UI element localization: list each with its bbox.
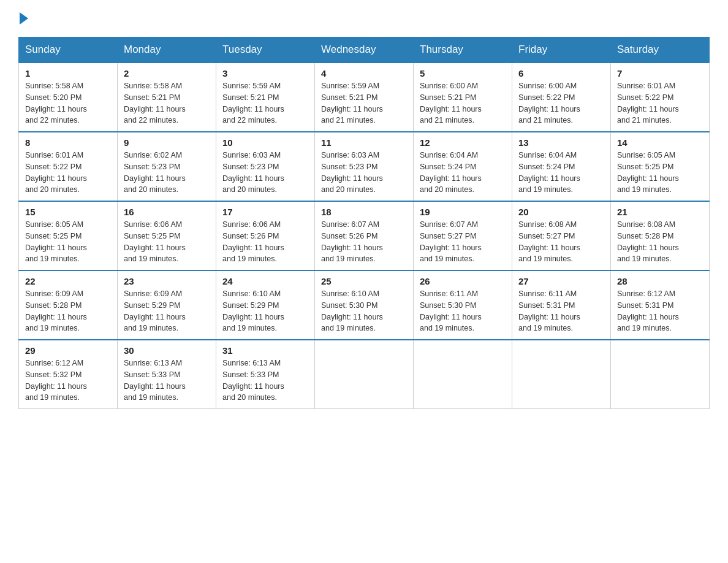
day-number: 12 <box>420 137 506 148</box>
day-info: Sunrise: 6:06 AM Sunset: 5:26 PM Dayligh… <box>222 219 308 265</box>
calendar-cell: 22 Sunrise: 6:09 AM Sunset: 5:28 PM Dayl… <box>19 270 118 340</box>
day-info: Sunrise: 6:11 AM Sunset: 5:31 PM Dayligh… <box>518 288 604 334</box>
calendar-week-row: 29 Sunrise: 6:12 AM Sunset: 5:32 PM Dayl… <box>19 340 710 409</box>
day-number: 8 <box>25 137 111 148</box>
calendar-cell: 27 Sunrise: 6:11 AM Sunset: 5:31 PM Dayl… <box>512 270 611 340</box>
calendar-cell: 5 Sunrise: 6:00 AM Sunset: 5:21 PM Dayli… <box>414 63 512 132</box>
day-info: Sunrise: 6:02 AM Sunset: 5:23 PM Dayligh… <box>124 150 210 196</box>
calendar-cell: 11 Sunrise: 6:03 AM Sunset: 5:23 PM Dayl… <box>315 132 414 201</box>
calendar-header-monday: Monday <box>118 37 216 63</box>
day-info: Sunrise: 6:12 AM Sunset: 5:32 PM Dayligh… <box>25 358 111 404</box>
day-info: Sunrise: 6:04 AM Sunset: 5:24 PM Dayligh… <box>420 150 506 196</box>
logo <box>18 12 28 25</box>
calendar-cell: 13 Sunrise: 6:04 AM Sunset: 5:24 PM Dayl… <box>512 132 611 201</box>
day-number: 5 <box>420 68 506 79</box>
calendar-cell <box>611 340 710 409</box>
calendar-week-row: 8 Sunrise: 6:01 AM Sunset: 5:22 PM Dayli… <box>19 132 710 201</box>
calendar-cell: 26 Sunrise: 6:11 AM Sunset: 5:30 PM Dayl… <box>414 270 512 340</box>
calendar-cell <box>414 340 512 409</box>
day-number: 4 <box>321 68 407 79</box>
day-number: 6 <box>518 68 604 79</box>
day-info: Sunrise: 6:01 AM Sunset: 5:22 PM Dayligh… <box>617 80 703 126</box>
day-number: 20 <box>518 207 604 217</box>
day-number: 18 <box>321 207 407 217</box>
calendar-header-wednesday: Wednesday <box>315 37 414 63</box>
day-number: 14 <box>617 137 703 148</box>
calendar-header-thursday: Thursday <box>414 37 512 63</box>
calendar-week-row: 22 Sunrise: 6:09 AM Sunset: 5:28 PM Dayl… <box>19 270 710 340</box>
day-info: Sunrise: 6:06 AM Sunset: 5:25 PM Dayligh… <box>124 219 210 265</box>
day-info: Sunrise: 5:59 AM Sunset: 5:21 PM Dayligh… <box>321 80 407 126</box>
day-info: Sunrise: 6:13 AM Sunset: 5:33 PM Dayligh… <box>222 358 308 404</box>
calendar-cell: 29 Sunrise: 6:12 AM Sunset: 5:32 PM Dayl… <box>19 340 118 409</box>
calendar-cell: 7 Sunrise: 6:01 AM Sunset: 5:22 PM Dayli… <box>611 63 710 132</box>
day-info: Sunrise: 6:07 AM Sunset: 5:26 PM Dayligh… <box>321 219 407 265</box>
calendar-header-sunday: Sunday <box>19 37 118 63</box>
day-info: Sunrise: 6:00 AM Sunset: 5:22 PM Dayligh… <box>518 80 604 126</box>
calendar-cell: 18 Sunrise: 6:07 AM Sunset: 5:26 PM Dayl… <box>315 201 414 270</box>
calendar-cell <box>512 340 611 409</box>
day-number: 22 <box>25 276 111 286</box>
page-header <box>18 12 710 25</box>
calendar-week-row: 1 Sunrise: 5:58 AM Sunset: 5:20 PM Dayli… <box>19 63 710 132</box>
day-info: Sunrise: 6:05 AM Sunset: 5:25 PM Dayligh… <box>617 150 703 196</box>
calendar-header-saturday: Saturday <box>611 37 710 63</box>
day-info: Sunrise: 6:13 AM Sunset: 5:33 PM Dayligh… <box>124 358 210 404</box>
calendar-cell: 17 Sunrise: 6:06 AM Sunset: 5:26 PM Dayl… <box>216 201 315 270</box>
day-info: Sunrise: 6:08 AM Sunset: 5:28 PM Dayligh… <box>617 219 703 265</box>
day-number: 10 <box>222 137 308 148</box>
calendar-cell: 28 Sunrise: 6:12 AM Sunset: 5:31 PM Dayl… <box>611 270 710 340</box>
calendar-cell: 2 Sunrise: 5:58 AM Sunset: 5:21 PM Dayli… <box>118 63 216 132</box>
calendar-week-row: 15 Sunrise: 6:05 AM Sunset: 5:25 PM Dayl… <box>19 201 710 270</box>
calendar-cell: 8 Sunrise: 6:01 AM Sunset: 5:22 PM Dayli… <box>19 132 118 201</box>
day-number: 30 <box>124 345 210 356</box>
calendar-header-friday: Friday <box>512 37 611 63</box>
calendar-cell <box>315 340 414 409</box>
calendar-cell: 12 Sunrise: 6:04 AM Sunset: 5:24 PM Dayl… <box>414 132 512 201</box>
day-info: Sunrise: 6:12 AM Sunset: 5:31 PM Dayligh… <box>617 288 703 334</box>
day-number: 27 <box>518 276 604 286</box>
day-info: Sunrise: 6:11 AM Sunset: 5:30 PM Dayligh… <box>420 288 506 334</box>
day-number: 24 <box>222 276 308 286</box>
calendar-cell: 16 Sunrise: 6:06 AM Sunset: 5:25 PM Dayl… <box>118 201 216 270</box>
calendar-cell: 1 Sunrise: 5:58 AM Sunset: 5:20 PM Dayli… <box>19 63 118 132</box>
day-info: Sunrise: 6:05 AM Sunset: 5:25 PM Dayligh… <box>25 219 111 265</box>
day-number: 29 <box>25 345 111 356</box>
day-info: Sunrise: 5:59 AM Sunset: 5:21 PM Dayligh… <box>222 80 308 126</box>
calendar-cell: 30 Sunrise: 6:13 AM Sunset: 5:33 PM Dayl… <box>118 340 216 409</box>
day-info: Sunrise: 6:10 AM Sunset: 5:29 PM Dayligh… <box>222 288 308 334</box>
day-info: Sunrise: 6:09 AM Sunset: 5:28 PM Dayligh… <box>25 288 111 334</box>
calendar-cell: 6 Sunrise: 6:00 AM Sunset: 5:22 PM Dayli… <box>512 63 611 132</box>
day-info: Sunrise: 6:04 AM Sunset: 5:24 PM Dayligh… <box>518 150 604 196</box>
day-number: 23 <box>124 276 210 286</box>
day-number: 11 <box>321 137 407 148</box>
calendar-cell: 20 Sunrise: 6:08 AM Sunset: 5:27 PM Dayl… <box>512 201 611 270</box>
day-number: 16 <box>124 207 210 217</box>
calendar-cell: 25 Sunrise: 6:10 AM Sunset: 5:30 PM Dayl… <box>315 270 414 340</box>
calendar-cell: 15 Sunrise: 6:05 AM Sunset: 5:25 PM Dayl… <box>19 201 118 270</box>
day-info: Sunrise: 5:58 AM Sunset: 5:21 PM Dayligh… <box>124 80 210 126</box>
day-number: 21 <box>617 207 703 217</box>
calendar-cell: 9 Sunrise: 6:02 AM Sunset: 5:23 PM Dayli… <box>118 132 216 201</box>
calendar-header-row: SundayMondayTuesdayWednesdayThursdayFrid… <box>19 37 710 63</box>
day-number: 26 <box>420 276 506 286</box>
logo-arrow-icon <box>20 12 28 25</box>
day-number: 3 <box>222 68 308 79</box>
day-info: Sunrise: 6:01 AM Sunset: 5:22 PM Dayligh… <box>25 150 111 196</box>
day-number: 1 <box>25 68 111 79</box>
calendar-cell: 21 Sunrise: 6:08 AM Sunset: 5:28 PM Dayl… <box>611 201 710 270</box>
day-info: Sunrise: 5:58 AM Sunset: 5:20 PM Dayligh… <box>25 80 111 126</box>
calendar-cell: 31 Sunrise: 6:13 AM Sunset: 5:33 PM Dayl… <box>216 340 315 409</box>
calendar-cell: 23 Sunrise: 6:09 AM Sunset: 5:29 PM Dayl… <box>118 270 216 340</box>
day-info: Sunrise: 6:09 AM Sunset: 5:29 PM Dayligh… <box>124 288 210 334</box>
day-number: 2 <box>124 68 210 79</box>
day-info: Sunrise: 6:08 AM Sunset: 5:27 PM Dayligh… <box>518 219 604 265</box>
day-number: 17 <box>222 207 308 217</box>
day-info: Sunrise: 6:00 AM Sunset: 5:21 PM Dayligh… <box>420 80 506 126</box>
calendar-cell: 14 Sunrise: 6:05 AM Sunset: 5:25 PM Dayl… <box>611 132 710 201</box>
day-info: Sunrise: 6:07 AM Sunset: 5:27 PM Dayligh… <box>420 219 506 265</box>
day-number: 19 <box>420 207 506 217</box>
calendar-cell: 4 Sunrise: 5:59 AM Sunset: 5:21 PM Dayli… <box>315 63 414 132</box>
day-number: 15 <box>25 207 111 217</box>
calendar-cell: 10 Sunrise: 6:03 AM Sunset: 5:23 PM Dayl… <box>216 132 315 201</box>
